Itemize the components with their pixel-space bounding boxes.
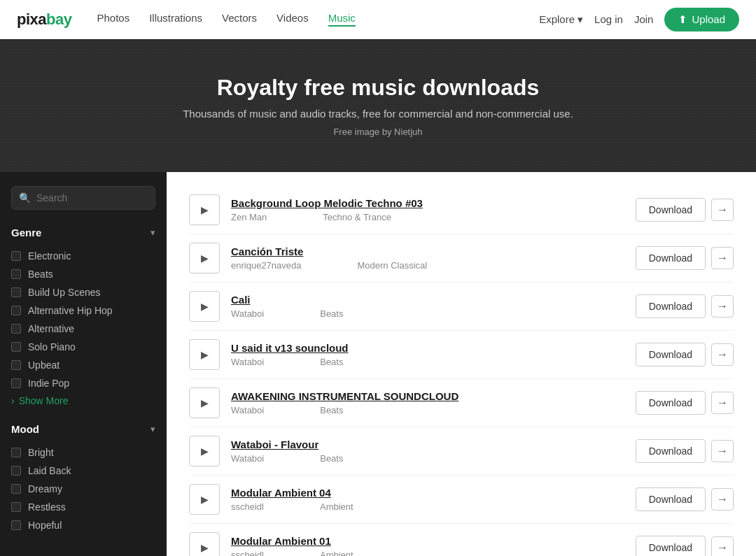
mood-item-hopeful[interactable]: Hopeful <box>11 516 155 534</box>
nav-vectors[interactable]: Vectors <box>222 12 257 27</box>
genre-item-beats[interactable]: Beats <box>11 265 155 283</box>
mood-item-dreamy[interactable]: Dreamy <box>11 480 155 498</box>
arrow-right-icon-1: → <box>717 252 728 264</box>
genre-checkbox-beats[interactable] <box>11 269 21 279</box>
explore-button[interactable]: Explore ▾ <box>539 13 583 26</box>
nav-illustrations[interactable]: Illustrations <box>149 12 202 27</box>
track-meta-7: sscheidl Ambient <box>231 550 624 556</box>
arrow-button-4[interactable]: → <box>711 392 734 414</box>
genre-show-more[interactable]: › Show More <box>11 395 155 406</box>
track-name-6[interactable]: Modular Ambient 04 <box>231 487 624 499</box>
genre-chevron-icon[interactable]: ▾ <box>150 227 155 238</box>
nav-photos[interactable]: Photos <box>97 12 130 27</box>
arrow-button-3[interactable]: → <box>711 343 734 366</box>
download-button-6[interactable]: Download <box>636 487 706 511</box>
track-genre-5: Beats <box>320 453 343 464</box>
download-button-2[interactable]: Download <box>636 294 706 318</box>
mood-checkbox-bright[interactable] <box>11 448 21 457</box>
arrow-button-2[interactable]: → <box>711 295 734 318</box>
mood-checkbox-dreamy[interactable] <box>11 484 21 494</box>
play-icon-2: ▶ <box>201 301 209 312</box>
arrow-button-5[interactable]: → <box>711 440 734 462</box>
genre-item-upbeat[interactable]: Upbeat <box>11 356 155 374</box>
logo[interactable]: pixabay <box>17 10 71 29</box>
arrow-button-0[interactable]: → <box>711 199 734 221</box>
genre-item-alternative[interactable]: Alternative <box>11 320 155 338</box>
track-genre-4: Beats <box>320 405 343 415</box>
mood-section: Mood ▾ Bright Laid Back Dreamy Restless <box>11 423 155 534</box>
play-button-7[interactable]: ▶ <box>189 532 220 556</box>
mood-checkbox-hopeful[interactable] <box>11 520 21 530</box>
play-button-2[interactable]: ▶ <box>189 291 220 322</box>
track-name-5[interactable]: Wataboi - Flavour <box>231 439 624 450</box>
mood-checkbox-laidback[interactable] <box>11 466 21 476</box>
play-button-1[interactable]: ▶ <box>189 243 220 273</box>
track-name-1[interactable]: Canción Triste <box>231 245 624 257</box>
genre-checkbox-indiepop[interactable] <box>11 378 21 388</box>
mood-label-laidback: Laid Back <box>28 465 71 476</box>
genre-checkbox-alternative[interactable] <box>11 324 21 334</box>
mood-item-restless[interactable]: Restless <box>11 498 155 516</box>
download-button-5[interactable]: Download <box>636 439 706 463</box>
search-input[interactable] <box>36 192 148 204</box>
arrow-button-6[interactable]: → <box>711 488 734 511</box>
track-meta-5: Wataboi Beats <box>231 453 624 464</box>
download-button-7[interactable]: Download <box>636 536 706 556</box>
genre-title: Genre <box>11 227 41 238</box>
login-link[interactable]: Log in <box>594 13 623 25</box>
play-button-6[interactable]: ▶ <box>189 484 220 515</box>
track-genre-1: Modern Classical <box>357 260 427 271</box>
genre-checkbox-althiphop[interactable] <box>11 306 21 315</box>
play-button-3[interactable]: ▶ <box>189 339 220 370</box>
download-button-4[interactable]: Download <box>636 391 706 415</box>
nav-music[interactable]: Music <box>328 12 356 27</box>
play-button-4[interactable]: ▶ <box>189 387 220 418</box>
genre-checkbox-upbeat[interactable] <box>11 360 21 370</box>
show-more-label: Show More <box>19 395 69 406</box>
mood-chevron-icon[interactable]: ▾ <box>150 424 155 434</box>
mood-item-laidback[interactable]: Laid Back <box>11 462 155 480</box>
mood-label-restless: Restless <box>28 501 66 513</box>
arrow-button-7[interactable]: → <box>711 536 734 556</box>
track-meta-0: Zen Man Techno & Trance <box>231 212 624 222</box>
genre-item-indiepop[interactable]: Indie Pop <box>11 374 155 392</box>
track-name-2[interactable]: Cali <box>231 294 624 306</box>
nav-videos[interactable]: Videos <box>276 12 309 27</box>
genre-item-electronic[interactable]: Electronic <box>11 247 155 265</box>
genre-checkbox-electronic[interactable] <box>11 251 21 261</box>
play-button-5[interactable]: ▶ <box>189 436 220 466</box>
genre-checkbox-buildup[interactable] <box>11 287 21 297</box>
track-actions-6: Download → <box>636 487 734 511</box>
sidebar: 🔍 Genre ▾ Electronic Beats Build Up Scen… <box>0 172 167 556</box>
track-artist-1: enrique27naveda <box>231 260 301 271</box>
play-button-0[interactable]: ▶ <box>189 194 220 225</box>
track-artist-3: Wataboi <box>231 357 264 367</box>
track-name-4[interactable]: AWAKENING INSTRUMENTAL SOUNDCLOUD <box>231 390 624 402</box>
mood-checkbox-restless[interactable] <box>11 502 21 512</box>
upload-button[interactable]: ⬆ Upload <box>664 8 739 31</box>
track-item-6: ▶ Modular Ambient 04 sscheidl Ambient Do… <box>189 476 734 524</box>
track-item-7: ▶ Modular Ambient 01 sscheidl Ambient Do… <box>189 524 734 556</box>
track-actions-3: Download → <box>636 343 734 366</box>
download-button-1[interactable]: Download <box>636 246 706 270</box>
search-box[interactable]: 🔍 <box>11 186 155 210</box>
track-meta-1: enrique27naveda Modern Classical <box>231 260 624 271</box>
genre-checkbox-solopiano[interactable] <box>11 342 21 352</box>
download-button-3[interactable]: Download <box>636 343 706 366</box>
arrow-button-1[interactable]: → <box>711 247 734 269</box>
genre-item-althiphop[interactable]: Alternative Hip Hop <box>11 301 155 320</box>
mood-label-hopeful: Hopeful <box>28 520 62 531</box>
track-name-7[interactable]: Modular Ambient 01 <box>231 535 624 547</box>
track-name-3[interactable]: U said it v13 souncloud <box>231 342 624 354</box>
hero-section: Royalty free music downloads Thousands o… <box>0 39 756 172</box>
track-info-5: Wataboi - Flavour Wataboi Beats <box>231 439 624 464</box>
content-area: 🔍 Genre ▾ Electronic Beats Build Up Scen… <box>0 172 756 556</box>
track-name-0[interactable]: Background Loop Melodic Techno #03 <box>231 197 624 209</box>
track-info-6: Modular Ambient 04 sscheidl Ambient <box>231 487 624 512</box>
genre-item-buildup[interactable]: Build Up Scenes <box>11 283 155 301</box>
track-genre-6: Ambient <box>320 501 354 512</box>
download-button-0[interactable]: Download <box>636 198 706 222</box>
mood-item-bright[interactable]: Bright <box>11 443 155 462</box>
join-link[interactable]: Join <box>634 13 654 25</box>
genre-item-solopiano[interactable]: Solo Piano <box>11 338 155 356</box>
